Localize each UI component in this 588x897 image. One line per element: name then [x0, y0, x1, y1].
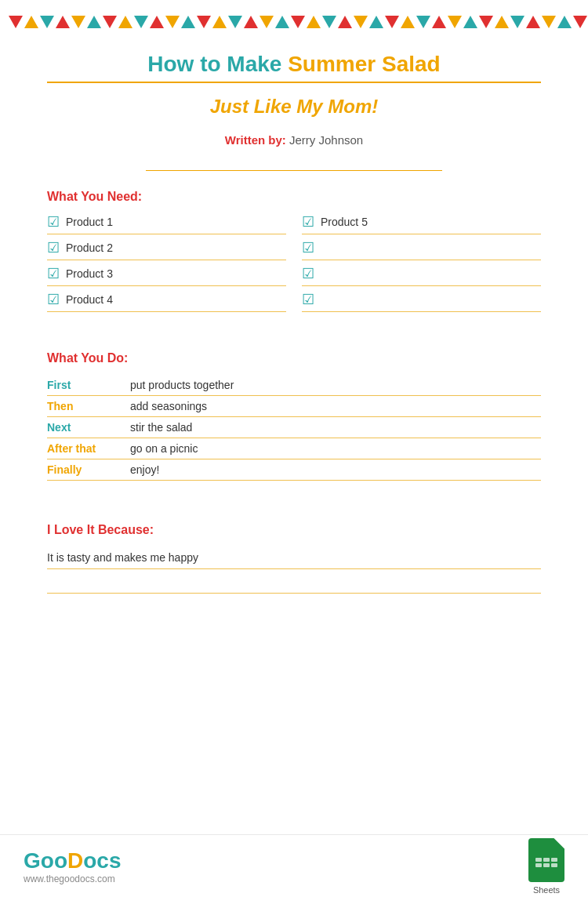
page: How to Make Summer Salad Just Like My Mo…	[0, 0, 588, 897]
checkbox-icon-2: ☑	[47, 239, 60, 256]
sheets-cell	[535, 863, 542, 867]
author-line: Written by: Jerry Johnson	[47, 133, 541, 147]
logo-text: GooDocs	[24, 848, 121, 873]
footer-left: GooDocs www.thegoodocs.com	[24, 848, 121, 884]
step-label-first: First	[47, 379, 118, 391]
banner-tri	[56, 16, 70, 28]
ingredient-text-3: Product 3	[66, 267, 113, 280]
checkbox-icon-1: ☑	[47, 213, 60, 231]
checkbox-icon-8: ☑	[302, 291, 314, 308]
banner-tri	[40, 16, 54, 28]
step-row-after: After that go on a picnic	[47, 438, 541, 459]
author-label: Written by:	[225, 133, 289, 147]
ingredient-text-1: Product 1	[66, 216, 113, 228]
sheets-label: Sheets	[528, 885, 564, 895]
step-text-then: add seasonings	[130, 400, 207, 412]
banner-tri	[197, 16, 211, 28]
sheets-cell	[543, 858, 550, 862]
step-row-first: First put products together	[47, 375, 541, 396]
ingredient-text-5: Product 5	[321, 216, 368, 228]
ingredient-item-3: ☑ Product 3	[47, 265, 286, 286]
ingredient-text-4: Product 4	[66, 293, 113, 306]
sheets-icon	[528, 838, 564, 882]
step-text-finally: enjoy!	[130, 463, 159, 476]
steps-title: What You Do:	[47, 351, 541, 365]
subtitle: Just Like My Mom!	[47, 96, 541, 118]
banner-tri	[542, 16, 556, 28]
sheets-cell	[535, 858, 542, 862]
logo-ocs: ocs	[83, 848, 121, 873]
banner-tri	[369, 16, 383, 28]
banner-tri	[510, 16, 524, 28]
banner-tri	[354, 16, 368, 28]
content-area: How to Make Summer Salad Just Like My Mo…	[0, 28, 588, 625]
banner-tri	[463, 16, 477, 28]
banner-tri	[103, 16, 117, 28]
banner-tri	[275, 16, 289, 28]
ingredient-item-5: ☑ Product 5	[302, 213, 541, 234]
steps-section: What You Do: First put products together…	[47, 351, 541, 481]
step-row-next: Next stir the salad	[47, 417, 541, 438]
ingredient-item-2: ☑ Product 2	[47, 239, 286, 260]
checkbox-icon-7: ☑	[302, 265, 314, 282]
main-title: How to Make Summer Salad	[47, 52, 541, 77]
step-label-after: After that	[47, 442, 118, 455]
banner-tri	[338, 16, 352, 28]
banner-tri	[260, 16, 274, 28]
sheets-cell	[543, 863, 550, 867]
title-underline	[47, 82, 541, 83]
title-how-to-make: How to Make	[147, 52, 288, 76]
ingredients-grid: ☑ Product 1 ☑ Product 5 ☑ Product 2 ☑ ☑ …	[47, 213, 541, 312]
logo: GooDocs	[24, 848, 121, 873]
checkbox-icon-5: ☑	[302, 213, 314, 231]
banner-tri	[165, 16, 180, 28]
banner-tri	[9, 16, 23, 28]
banner-tri	[228, 16, 242, 28]
logo-d: D	[67, 848, 83, 873]
step-text-after: go on a picnic	[130, 442, 198, 455]
banner-tri	[432, 16, 446, 28]
checkbox-icon-6: ☑	[302, 239, 314, 256]
banner-tri	[416, 16, 430, 28]
checkbox-icon-4: ☑	[47, 291, 60, 308]
ingredient-item-6: ☑	[302, 239, 541, 260]
banner-tri	[448, 16, 462, 28]
author-name: Jerry Johnson	[289, 133, 363, 147]
love-section: I Love It Because: It is tasty and makes…	[47, 523, 541, 594]
banner-tri	[526, 16, 540, 28]
title-summer-salad: Summer Salad	[288, 52, 441, 76]
ingredient-item-1: ☑ Product 1	[47, 213, 286, 234]
sheets-badge: Sheets	[528, 838, 564, 895]
banner-tri	[479, 16, 493, 28]
banner-tri	[118, 16, 132, 28]
banner-tri	[71, 16, 85, 28]
banner-tri	[181, 16, 195, 28]
love-text-line2	[47, 569, 541, 594]
banner-tri	[150, 16, 164, 28]
banner-tri	[401, 16, 415, 28]
banner-tri	[495, 16, 509, 28]
banner-tri	[134, 16, 148, 28]
banner-tri	[87, 16, 101, 28]
step-label-next: Next	[47, 421, 118, 434]
banner-tri	[557, 16, 572, 28]
banner-tri	[212, 16, 227, 28]
banner-tri	[291, 16, 305, 28]
logo-url: www.thegoodocs.com	[24, 873, 121, 884]
banner-tri	[573, 16, 587, 28]
love-title: I Love It Because:	[47, 523, 541, 537]
ingredient-item-8: ☑	[302, 291, 541, 312]
love-text: It is tasty and makes me happy	[47, 547, 541, 569]
step-row-then: Then add seasonings	[47, 396, 541, 417]
sheets-cell	[551, 863, 557, 867]
ingredient-item-7: ☑	[302, 265, 541, 286]
banner-tri	[322, 16, 336, 28]
footer: GooDocs www.thegoodocs.com Sheets	[0, 834, 588, 897]
banner	[0, 0, 588, 28]
banner-tri	[24, 16, 38, 28]
sheets-cell	[551, 858, 557, 862]
ingredient-item-4: ☑ Product 4	[47, 291, 286, 312]
step-label-finally: Finally	[47, 463, 118, 476]
step-row-finally: Finally enjoy!	[47, 459, 541, 481]
step-text-first: put products together	[130, 379, 234, 391]
